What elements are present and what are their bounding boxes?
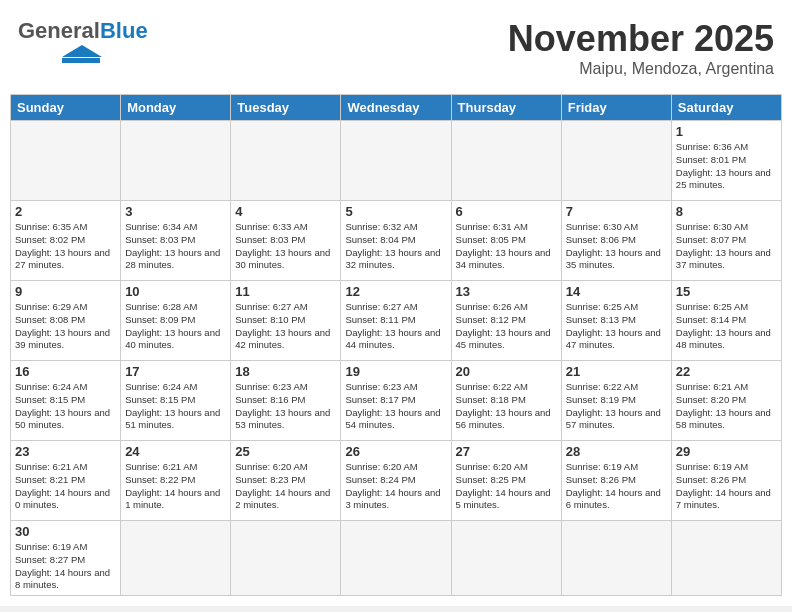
calendar-cell bbox=[121, 521, 231, 596]
calendar-cell: 16Sunrise: 6:24 AMSunset: 8:15 PMDayligh… bbox=[11, 361, 121, 441]
day-info: Sunrise: 6:36 AMSunset: 8:01 PMDaylight:… bbox=[676, 141, 777, 192]
day-info: Sunrise: 6:35 AMSunset: 8:02 PMDaylight:… bbox=[15, 221, 116, 272]
day-number: 3 bbox=[125, 204, 226, 219]
day-number: 17 bbox=[125, 364, 226, 379]
calendar-cell: 22Sunrise: 6:21 AMSunset: 8:20 PMDayligh… bbox=[671, 361, 781, 441]
day-info: Sunrise: 6:22 AMSunset: 8:19 PMDaylight:… bbox=[566, 381, 667, 432]
day-info: Sunrise: 6:31 AMSunset: 8:05 PMDaylight:… bbox=[456, 221, 557, 272]
calendar-cell: 28Sunrise: 6:19 AMSunset: 8:26 PMDayligh… bbox=[561, 441, 671, 521]
day-info: Sunrise: 6:30 AMSunset: 8:07 PMDaylight:… bbox=[676, 221, 777, 272]
calendar-cell: 12Sunrise: 6:27 AMSunset: 8:11 PMDayligh… bbox=[341, 281, 451, 361]
day-info: Sunrise: 6:22 AMSunset: 8:18 PMDaylight:… bbox=[456, 381, 557, 432]
calendar-cell: 1Sunrise: 6:36 AMSunset: 8:01 PMDaylight… bbox=[671, 121, 781, 201]
day-number: 21 bbox=[566, 364, 667, 379]
day-number: 23 bbox=[15, 444, 116, 459]
weekday-header: Saturday bbox=[671, 95, 781, 121]
calendar-cell: 9Sunrise: 6:29 AMSunset: 8:08 PMDaylight… bbox=[11, 281, 121, 361]
day-number: 20 bbox=[456, 364, 557, 379]
day-info: Sunrise: 6:19 AMSunset: 8:26 PMDaylight:… bbox=[676, 461, 777, 512]
logo-blue: Blue bbox=[100, 18, 148, 44]
calendar-cell bbox=[231, 521, 341, 596]
day-info: Sunrise: 6:21 AMSunset: 8:22 PMDaylight:… bbox=[125, 461, 226, 512]
day-number: 10 bbox=[125, 284, 226, 299]
day-number: 27 bbox=[456, 444, 557, 459]
day-number: 26 bbox=[345, 444, 446, 459]
day-info: Sunrise: 6:19 AMSunset: 8:26 PMDaylight:… bbox=[566, 461, 667, 512]
day-info: Sunrise: 6:20 AMSunset: 8:25 PMDaylight:… bbox=[456, 461, 557, 512]
calendar-cell: 27Sunrise: 6:20 AMSunset: 8:25 PMDayligh… bbox=[451, 441, 561, 521]
day-info: Sunrise: 6:27 AMSunset: 8:11 PMDaylight:… bbox=[345, 301, 446, 352]
day-info: Sunrise: 6:26 AMSunset: 8:12 PMDaylight:… bbox=[456, 301, 557, 352]
day-number: 19 bbox=[345, 364, 446, 379]
calendar-cell bbox=[341, 121, 451, 201]
weekday-header: Friday bbox=[561, 95, 671, 121]
location: Maipu, Mendoza, Argentina bbox=[508, 60, 774, 78]
calendar-cell: 21Sunrise: 6:22 AMSunset: 8:19 PMDayligh… bbox=[561, 361, 671, 441]
calendar-cell: 6Sunrise: 6:31 AMSunset: 8:05 PMDaylight… bbox=[451, 201, 561, 281]
header: General Blue November 2025 Maipu, Mendoz… bbox=[10, 10, 782, 86]
weekday-header: Tuesday bbox=[231, 95, 341, 121]
day-number: 18 bbox=[235, 364, 336, 379]
calendar: SundayMondayTuesdayWednesdayThursdayFrid… bbox=[10, 94, 782, 596]
calendar-cell bbox=[561, 121, 671, 201]
calendar-cell bbox=[451, 121, 561, 201]
calendar-cell: 15Sunrise: 6:25 AMSunset: 8:14 PMDayligh… bbox=[671, 281, 781, 361]
calendar-cell bbox=[671, 521, 781, 596]
day-info: Sunrise: 6:20 AMSunset: 8:23 PMDaylight:… bbox=[235, 461, 336, 512]
day-info: Sunrise: 6:29 AMSunset: 8:08 PMDaylight:… bbox=[15, 301, 116, 352]
calendar-cell: 29Sunrise: 6:19 AMSunset: 8:26 PMDayligh… bbox=[671, 441, 781, 521]
title-block: November 2025 Maipu, Mendoza, Argentina bbox=[500, 10, 782, 86]
day-number: 16 bbox=[15, 364, 116, 379]
day-info: Sunrise: 6:34 AMSunset: 8:03 PMDaylight:… bbox=[125, 221, 226, 272]
calendar-cell: 11Sunrise: 6:27 AMSunset: 8:10 PMDayligh… bbox=[231, 281, 341, 361]
day-info: Sunrise: 6:21 AMSunset: 8:20 PMDaylight:… bbox=[676, 381, 777, 432]
day-number: 28 bbox=[566, 444, 667, 459]
day-number: 1 bbox=[676, 124, 777, 139]
weekday-header: Monday bbox=[121, 95, 231, 121]
logo-general: General bbox=[18, 18, 100, 44]
calendar-cell bbox=[11, 121, 121, 201]
day-number: 2 bbox=[15, 204, 116, 219]
logo-bar bbox=[62, 58, 100, 63]
day-number: 5 bbox=[345, 204, 446, 219]
calendar-cell: 24Sunrise: 6:21 AMSunset: 8:22 PMDayligh… bbox=[121, 441, 231, 521]
calendar-cell: 17Sunrise: 6:24 AMSunset: 8:15 PMDayligh… bbox=[121, 361, 231, 441]
calendar-cell: 3Sunrise: 6:34 AMSunset: 8:03 PMDaylight… bbox=[121, 201, 231, 281]
day-number: 14 bbox=[566, 284, 667, 299]
day-number: 11 bbox=[235, 284, 336, 299]
calendar-cell: 10Sunrise: 6:28 AMSunset: 8:09 PMDayligh… bbox=[121, 281, 231, 361]
day-number: 24 bbox=[125, 444, 226, 459]
day-info: Sunrise: 6:23 AMSunset: 8:16 PMDaylight:… bbox=[235, 381, 336, 432]
day-number: 22 bbox=[676, 364, 777, 379]
calendar-cell bbox=[231, 121, 341, 201]
weekday-header: Wednesday bbox=[341, 95, 451, 121]
day-number: 25 bbox=[235, 444, 336, 459]
day-number: 8 bbox=[676, 204, 777, 219]
day-number: 12 bbox=[345, 284, 446, 299]
calendar-cell: 13Sunrise: 6:26 AMSunset: 8:12 PMDayligh… bbox=[451, 281, 561, 361]
weekday-header: Sunday bbox=[11, 95, 121, 121]
weekday-header: Thursday bbox=[451, 95, 561, 121]
day-info: Sunrise: 6:25 AMSunset: 8:13 PMDaylight:… bbox=[566, 301, 667, 352]
calendar-cell: 25Sunrise: 6:20 AMSunset: 8:23 PMDayligh… bbox=[231, 441, 341, 521]
day-info: Sunrise: 6:24 AMSunset: 8:15 PMDaylight:… bbox=[15, 381, 116, 432]
day-number: 30 bbox=[15, 524, 116, 539]
day-info: Sunrise: 6:20 AMSunset: 8:24 PMDaylight:… bbox=[345, 461, 446, 512]
calendar-cell: 18Sunrise: 6:23 AMSunset: 8:16 PMDayligh… bbox=[231, 361, 341, 441]
day-number: 4 bbox=[235, 204, 336, 219]
logo: General Blue bbox=[10, 10, 156, 71]
calendar-cell: 26Sunrise: 6:20 AMSunset: 8:24 PMDayligh… bbox=[341, 441, 451, 521]
day-info: Sunrise: 6:25 AMSunset: 8:14 PMDaylight:… bbox=[676, 301, 777, 352]
calendar-cell: 4Sunrise: 6:33 AMSunset: 8:03 PMDaylight… bbox=[231, 201, 341, 281]
month-title: November 2025 bbox=[508, 18, 774, 60]
day-info: Sunrise: 6:33 AMSunset: 8:03 PMDaylight:… bbox=[235, 221, 336, 272]
calendar-cell bbox=[451, 521, 561, 596]
calendar-cell: 20Sunrise: 6:22 AMSunset: 8:18 PMDayligh… bbox=[451, 361, 561, 441]
day-info: Sunrise: 6:21 AMSunset: 8:21 PMDaylight:… bbox=[15, 461, 116, 512]
calendar-cell bbox=[121, 121, 231, 201]
calendar-cell: 2Sunrise: 6:35 AMSunset: 8:02 PMDaylight… bbox=[11, 201, 121, 281]
calendar-cell: 8Sunrise: 6:30 AMSunset: 8:07 PMDaylight… bbox=[671, 201, 781, 281]
day-info: Sunrise: 6:19 AMSunset: 8:27 PMDaylight:… bbox=[15, 541, 116, 592]
page: General Blue November 2025 Maipu, Mendoz… bbox=[0, 0, 792, 606]
calendar-cell: 14Sunrise: 6:25 AMSunset: 8:13 PMDayligh… bbox=[561, 281, 671, 361]
